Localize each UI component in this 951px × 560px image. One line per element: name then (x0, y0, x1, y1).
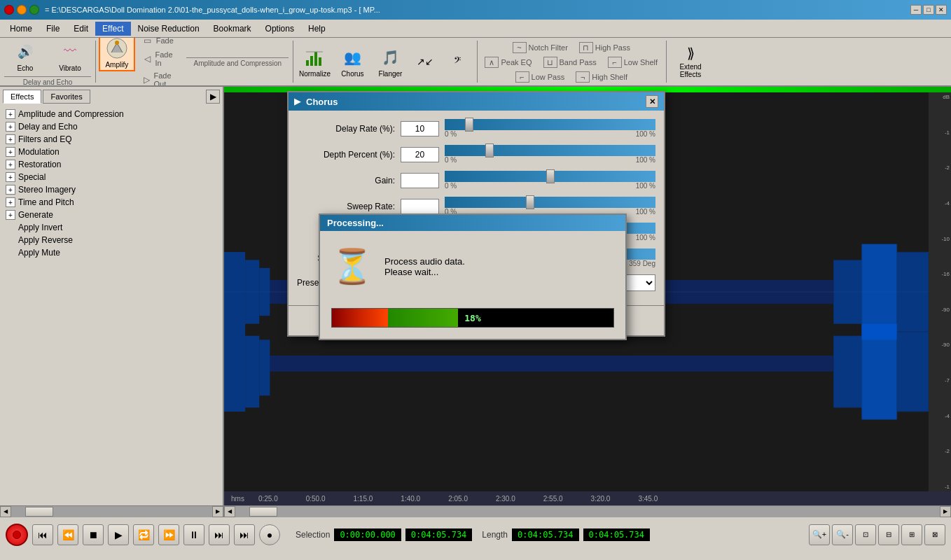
delay-rate-slider[interactable] (445, 119, 655, 130)
processing-line2: Please wait... (384, 267, 465, 277)
sweep-depth-max: 100 % (636, 234, 655, 241)
chorus-close-button[interactable]: ✕ (646, 95, 658, 108)
sweep-rate-slider-area: 0 % 100 % (445, 197, 655, 216)
depth-slider-area: 0 % 100 % (445, 145, 655, 164)
sweep-phase-max: 359 Deg (629, 260, 655, 267)
delay-rate-slider-area: 0 % 100 % (445, 119, 655, 138)
gain-input[interactable] (401, 173, 439, 188)
gain-slider-area: 0 % 100 % (445, 171, 655, 190)
progress-bar-container: 18% (331, 308, 614, 328)
chorus-dialog-icon: ▶ (294, 97, 300, 106)
delay-rate-labels: 0 % 100 % (445, 130, 655, 138)
depth-percent-row: Depth Percent (%): 0 % 100 % (297, 145, 655, 164)
depth-input[interactable] (401, 147, 439, 162)
delay-rate-max: 100 % (636, 130, 655, 138)
gain-slider[interactable] (445, 171, 655, 182)
processing-message: Process audio data. Please wait... (384, 256, 465, 277)
gain-min: 0 % (445, 182, 457, 190)
depth-label: Depth Percent (%): (297, 150, 395, 160)
processing-body: ⏳ Process audio data. Please wait... (320, 231, 625, 302)
chorus-dialog-title: ▶ Chorus ✕ (289, 92, 664, 111)
sweep-rate-slider[interactable] (445, 197, 655, 208)
chorus-title-text: Chorus (306, 97, 338, 107)
depth-labels: 0 % 100 % (445, 156, 655, 164)
dialog-overlay: ▶ Chorus ✕ Delay Rate (%): 0 % 100 % Dep… (0, 0, 951, 560)
depth-max: 100 % (636, 156, 655, 164)
hourglass-icon: ⏳ (331, 242, 373, 291)
delay-rate-min: 0 % (445, 130, 457, 138)
sweep-rate-label: Sweep Rate: (297, 202, 395, 211)
delay-rate-label: Delay Rate (%): (297, 124, 395, 134)
progress-bar-text: 18% (332, 309, 613, 327)
depth-min: 0 % (445, 156, 457, 164)
gain-row: Gain: 0 % 100 % (297, 171, 655, 190)
processing-title: Processing... (320, 215, 625, 231)
gain-max: 100 % (636, 182, 655, 190)
delay-rate-row: Delay Rate (%): 0 % 100 % (297, 119, 655, 138)
gain-labels: 0 % 100 % (445, 182, 655, 190)
processing-dialog: Processing... ⏳ Process audio data. Plea… (319, 214, 627, 340)
processing-line1: Process audio data. (384, 256, 465, 267)
depth-slider[interactable] (445, 145, 655, 156)
sweep-rate-input[interactable] (401, 199, 439, 214)
sweep-rate-row: Sweep Rate: 0 % 100 % (297, 197, 655, 216)
delay-rate-input[interactable] (401, 121, 439, 136)
sweep-rate-max: 100 % (636, 208, 655, 216)
gain-label: Gain: (297, 176, 395, 186)
